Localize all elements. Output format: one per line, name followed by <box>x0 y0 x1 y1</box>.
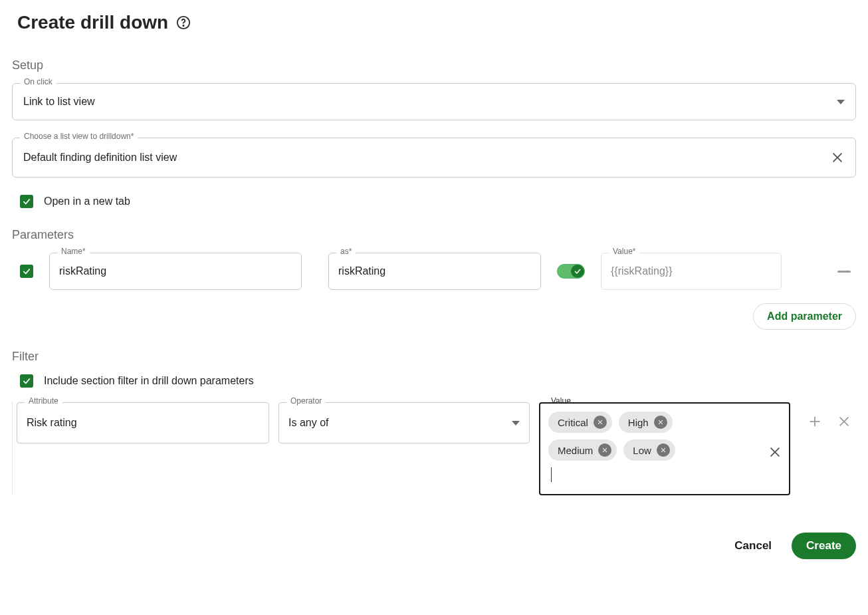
param-value-label: Value* <box>609 247 639 256</box>
add-parameter-button[interactable]: Add parameter <box>753 303 856 330</box>
setup-section-label: Setup <box>12 59 856 72</box>
chip-remove-icon[interactable] <box>594 416 607 429</box>
chip-label: Medium <box>558 445 593 456</box>
operator-select[interactable]: Is any of <box>278 402 530 443</box>
chip-remove-icon[interactable] <box>654 416 667 429</box>
chip-label: Critical <box>558 417 588 428</box>
remove-param-icon[interactable] <box>837 271 851 273</box>
filter-section-label: Filter <box>12 350 856 364</box>
clear-listview-icon[interactable] <box>830 150 845 165</box>
create-button[interactable]: Create <box>792 533 856 559</box>
open-new-tab-checkbox[interactable] <box>20 195 33 208</box>
cancel-button[interactable]: Cancel <box>730 539 776 553</box>
chip-critical: Critical <box>548 412 612 433</box>
remove-filter-icon[interactable] <box>837 414 851 429</box>
add-filter-icon[interactable] <box>808 414 822 429</box>
param-value-input <box>601 253 782 290</box>
include-filter-label: Include section filter in drill down par… <box>44 375 254 387</box>
chevron-down-icon <box>512 421 520 426</box>
chip-low: Low <box>623 439 675 461</box>
help-icon[interactable] <box>176 15 191 30</box>
listview-value: Default finding definition list view <box>23 152 177 164</box>
on-click-select[interactable]: Link to list view <box>12 83 856 120</box>
param-row-checkbox[interactable] <box>20 265 33 278</box>
page-title: Create drill down <box>17 12 168 33</box>
chevron-down-icon <box>837 100 845 104</box>
open-new-tab-label: Open in a new tab <box>44 195 130 207</box>
chip-medium: Medium <box>548 439 617 461</box>
param-as-label: as* <box>336 247 356 256</box>
chip-remove-icon[interactable] <box>598 443 611 457</box>
chip-label: Low <box>633 445 651 456</box>
param-as-input[interactable] <box>328 253 541 290</box>
attribute-label: Attribute <box>25 396 62 406</box>
listview-label: Choose a list view to drilldown* <box>20 132 138 141</box>
operator-value: Is any of <box>288 417 328 429</box>
parameters-section-label: Parameters <box>12 228 856 242</box>
chip-label: High <box>628 417 649 428</box>
param-name-label: Name* <box>57 247 90 256</box>
attribute-select[interactable]: Risk rating <box>17 402 269 443</box>
on-click-label: On click <box>20 77 56 86</box>
chip-high: High <box>619 412 673 433</box>
param-name-input[interactable] <box>49 253 302 290</box>
param-value-toggle[interactable] <box>557 264 585 279</box>
filter-value-multiselect[interactable]: Critical High Medium <box>539 402 790 495</box>
attribute-value: Risk rating <box>27 417 77 429</box>
operator-label: Operator <box>286 396 326 406</box>
text-cursor <box>551 467 552 482</box>
clear-values-icon[interactable] <box>768 445 782 459</box>
chip-remove-icon[interactable] <box>657 443 670 457</box>
on-click-value: Link to list view <box>23 96 95 108</box>
include-filter-checkbox[interactable] <box>20 374 33 388</box>
svg-point-1 <box>183 25 183 26</box>
listview-select[interactable]: Default finding definition list view <box>12 138 856 178</box>
